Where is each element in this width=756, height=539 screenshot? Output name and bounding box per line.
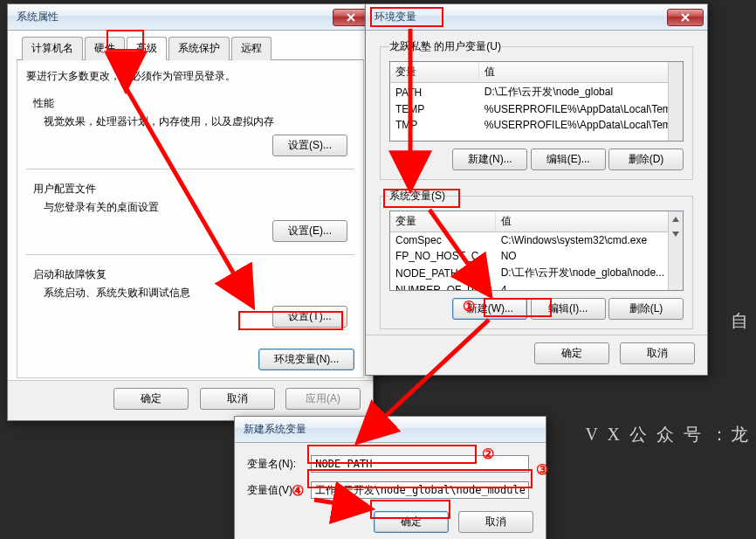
scroll-up-icon[interactable] [669, 211, 683, 226]
bg-text-1: 自 [731, 309, 751, 333]
user-vars-group: 龙跃私塾 的用户变量(U) [389, 39, 501, 54]
cell: NO [496, 248, 683, 264]
table-row[interactable]: ComSpecC:\Windows\system32\cmd.exe [390, 232, 683, 249]
tab-hardware[interactable]: 硬件 [85, 37, 125, 60]
close-icon [347, 13, 355, 22]
col-val: 值 [479, 62, 683, 83]
close-button[interactable] [333, 9, 369, 26]
col-var: 变量 [390, 62, 479, 83]
cell: PATH [390, 83, 479, 102]
ok-button[interactable]: 确定 [374, 511, 449, 533]
cell: C:\Windows\system32\cmd.exe [496, 232, 683, 249]
cell: TMP [390, 117, 479, 133]
perf-settings-button[interactable]: 设置(S)... [272, 135, 347, 156]
var-name-input[interactable] [311, 455, 529, 473]
cell: %USERPROFILE%\AppData\Local\Temp [479, 117, 683, 133]
perf-desc: 视觉效果，处理器计划，内存使用，以及虚拟内存 [44, 114, 347, 129]
tabs: 计算机名 硬件 高级 系统保护 远程 [17, 36, 364, 60]
col-var: 变量 [390, 211, 496, 232]
userprof-header: 用户配置文件 [33, 182, 347, 197]
cell: D:\工作\云开发\node_global\node... [496, 264, 683, 282]
sys-edit-button[interactable]: 编辑(I)... [531, 298, 606, 320]
tab-computer-name[interactable]: 计算机名 [22, 37, 83, 60]
sys-vars-table[interactable]: 变量值 ComSpecC:\Windows\system32\cmd.exe F… [389, 211, 684, 291]
titlebar: 系统属性 [8, 4, 373, 31]
bg-text-2: V X 公 众 号 ：龙 [585, 423, 751, 446]
titlebar: 环境变量 [366, 4, 707, 31]
table-row[interactable]: TMP%USERPROFILE%\AppData\Local\Temp [390, 117, 683, 133]
cell: NUMBER_OF_PR... [390, 282, 496, 291]
cell: ComSpec [390, 232, 496, 249]
sys-new-button[interactable]: 新建(W)... [452, 298, 527, 320]
close-icon [681, 13, 690, 22]
close-button[interactable] [667, 9, 704, 26]
userprof-settings-button[interactable]: 设置(E)... [272, 220, 347, 242]
tab-system-protection[interactable]: 系统保护 [168, 37, 230, 60]
cell: 4 [496, 282, 683, 291]
cell: %USERPROFILE%\AppData\Local\Temp [479, 101, 683, 117]
var-name-label: 变量名(N): [247, 457, 308, 472]
ok-button[interactable]: 确定 [113, 388, 189, 410]
new-sys-var-dialog: 新建系统变量 变量名(N): 变量值(V): 确定 取消 [234, 416, 546, 539]
col-val: 值 [496, 211, 683, 232]
tab-advanced[interactable]: 高级 [127, 37, 167, 60]
admin-note: 要进行大多数更改，您必须作为管理员登录。 [26, 69, 354, 84]
group-user-profiles: 用户配置文件 与您登录有关的桌面设置 设置(E)... [26, 176, 354, 251]
scroll-down-icon[interactable] [669, 226, 683, 241]
startup-header: 启动和故障恢复 [33, 267, 347, 282]
table-row[interactable]: PATHD:\工作\云开发\node_global [390, 83, 683, 102]
var-value-label: 变量值(V): [247, 483, 308, 498]
ok-button[interactable]: 确定 [534, 342, 609, 364]
user-delete-button[interactable]: 删除(D) [608, 149, 684, 170]
table-row[interactable]: NUMBER_OF_PR...4 [390, 282, 683, 291]
apply-button[interactable]: 应用(A) [285, 388, 361, 410]
sys-vars-group: 系统变量(S) [389, 189, 445, 204]
user-edit-button[interactable]: 编辑(E)... [531, 149, 606, 170]
table-row[interactable]: TEMP%USERPROFILE%\AppData\Local\Temp [390, 101, 683, 117]
cancel-button[interactable]: 取消 [200, 388, 275, 410]
env-vars-button[interactable]: 环境变量(N)... [258, 349, 354, 370]
cell: D:\工作\云开发\node_global [479, 83, 683, 102]
titlebar: 新建系统变量 [235, 417, 546, 443]
user-new-button[interactable]: 新建(N)... [452, 149, 527, 170]
tab-remote[interactable]: 远程 [231, 37, 271, 60]
startup-settings-button[interactable]: 设置(T)... [272, 306, 347, 328]
scrollbar[interactable] [668, 62, 683, 141]
dialog-buttons: 确定 取消 [366, 335, 707, 375]
cancel-button[interactable]: 取消 [458, 511, 533, 533]
table-row[interactable]: NODE_PATHD:\工作\云开发\node_global\node... [390, 264, 683, 282]
window-title: 新建系统变量 [244, 422, 306, 437]
env-vars-window: 环境变量 龙跃私塾 的用户变量(U) 变量值 PATHD:\工作\云开发\nod… [365, 3, 708, 376]
scrollbar[interactable] [668, 211, 683, 290]
group-startup: 启动和故障恢复 系统启动、系统失败和调试信息 设置(T)... [26, 262, 354, 336]
table-row[interactable]: FP_NO_HOST_C...NO [390, 248, 683, 264]
perf-header: 性能 [33, 96, 347, 111]
cell: FP_NO_HOST_C... [390, 248, 496, 264]
cell: TEMP [390, 101, 479, 117]
system-properties-window: 系统属性 计算机名 硬件 高级 系统保护 远程 要进行大多数更改，您必须作为管理… [7, 3, 374, 421]
window-title: 系统属性 [17, 10, 58, 24]
cancel-button[interactable]: 取消 [620, 342, 695, 364]
sys-delete-button[interactable]: 删除(L) [608, 298, 684, 320]
userprof-desc: 与您登录有关的桌面设置 [44, 200, 347, 215]
cell: NODE_PATH [390, 264, 496, 282]
startup-desc: 系统启动、系统失败和调试信息 [44, 286, 347, 301]
window-title: 环境变量 [375, 10, 416, 24]
group-performance: 性能 视觉效果，处理器计划，内存使用，以及虚拟内存 设置(S)... [26, 91, 354, 165]
user-vars-table[interactable]: 变量值 PATHD:\工作\云开发\node_global TEMP%USERP… [389, 61, 684, 142]
dialog-buttons: 确定 取消 应用(A) [8, 380, 373, 420]
var-value-input[interactable] [311, 481, 529, 499]
